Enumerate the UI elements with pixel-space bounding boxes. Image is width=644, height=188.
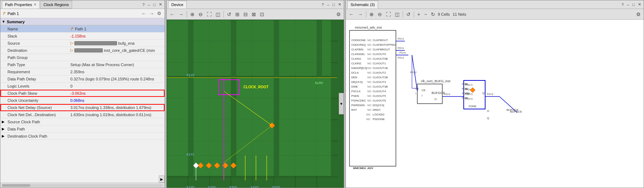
svg-rect-21 bbox=[317, 20, 322, 77]
right-panel-controls: ? – □ ✕ bbox=[620, 2, 642, 7]
expand-arrow-button[interactable]: ▶ bbox=[159, 175, 165, 183]
prop-row-path-group[interactable]: Path Group bbox=[0, 54, 165, 61]
device-ruler-button[interactable]: ⊡ bbox=[258, 11, 266, 18]
prop-row-logic-levels[interactable]: Logic Levels 0 bbox=[0, 83, 165, 90]
svg-text:RST: RST bbox=[351, 108, 357, 112]
restore-icon[interactable]: □ bbox=[152, 2, 157, 7]
summary-section-header[interactable]: ▼ Summary bbox=[0, 18, 165, 25]
scrollbar-track[interactable] bbox=[2, 184, 163, 187]
right-minimize-icon[interactable]: – bbox=[626, 2, 630, 7]
prop-row-clock-path-skew[interactable]: Clock Path Skew -3.063ns bbox=[0, 90, 165, 97]
svg-text:DO[15:0]: DO[15:0] bbox=[373, 104, 384, 107]
svg-text:FO=2: FO=2 bbox=[399, 51, 406, 54]
device-routing-button[interactable]: ⊟ bbox=[242, 11, 249, 18]
path-next-button[interactable]: → bbox=[148, 11, 155, 16]
schematic-refresh-button[interactable]: ↺ bbox=[405, 11, 412, 18]
svg-text:DE[15:0]: DE[15:0] bbox=[351, 80, 362, 84]
data-path-row[interactable]: ▶ Data Path bbox=[0, 125, 165, 133]
tab-clock-regions[interactable]: Clock Regions bbox=[40, 1, 72, 9]
svg-text:NIC: NIC bbox=[367, 85, 372, 88]
source-clock-path-row[interactable]: ▶ Source Clock Path bbox=[0, 118, 165, 125]
tab-path-properties-close[interactable]: ✕ bbox=[34, 3, 36, 6]
prop-row-source[interactable]: Source ▷ bufg_ena bbox=[0, 40, 165, 47]
schematic-fit-button[interactable]: ⛶ bbox=[384, 11, 392, 18]
device-zoom-out-button[interactable]: ⊖ bbox=[197, 11, 204, 18]
schematic-reload-button[interactable]: ↻ bbox=[429, 11, 437, 18]
device-fit-button[interactable]: ⛶ bbox=[205, 11, 213, 18]
path-prev-button[interactable]: ← bbox=[140, 11, 147, 16]
schematic-expand-button[interactable]: + bbox=[416, 11, 422, 18]
dest-clock-path-row[interactable]: ▶ Destination Clock Path bbox=[0, 133, 165, 140]
svg-text:CE: CE bbox=[416, 88, 419, 90]
prop-value-requirement: 2.359ns bbox=[69, 70, 165, 74]
middle-close-icon[interactable]: ✕ bbox=[337, 2, 342, 7]
device-refresh-button[interactable]: ↺ bbox=[226, 11, 233, 18]
path-nav: ← → ⚙ bbox=[140, 11, 162, 16]
right-help-icon[interactable]: ? bbox=[620, 2, 625, 7]
svg-text:PSEN: PSEN bbox=[351, 94, 359, 98]
left-panel-scrollbar[interactable] bbox=[0, 183, 165, 188]
device-marker-button[interactable]: ⊠ bbox=[250, 11, 257, 18]
device-content[interactable]: CLOCK_ROOT SLR0 X1Y0 X2Y0 X3Y0 bbox=[167, 20, 344, 188]
prop-row-clock-net-delay-dest[interactable]: Clock Net Del...Destination) 1.630ns (ro… bbox=[0, 111, 165, 118]
schematic-zoom-out-button[interactable]: ⊖ bbox=[376, 11, 383, 18]
prop-value-clock-net-delay-dest: 1.630ns (routing 1.019ns, distribution 0… bbox=[69, 113, 165, 117]
device-scroll-right[interactable]: ▼ bbox=[339, 93, 344, 114]
tab-path-properties[interactable]: Path Properties ✕ bbox=[2, 1, 40, 9]
svg-rect-23 bbox=[231, 78, 236, 176]
right-restore-icon[interactable]: □ bbox=[631, 2, 636, 7]
prop-label-clock-uncertainty: Clock Uncertainty bbox=[0, 98, 69, 103]
device-grid-button[interactable]: ⊞ bbox=[234, 11, 241, 18]
tab-clock-regions-label: Clock Regions bbox=[44, 3, 69, 7]
schematic-rubber-band-button[interactable]: ◫ bbox=[393, 11, 401, 18]
middle-help-icon[interactable]: ? bbox=[321, 2, 325, 7]
tab-schematic[interactable]: Schematic (3) bbox=[347, 1, 378, 9]
middle-restore-icon[interactable]: □ bbox=[331, 2, 336, 7]
svg-text:NIC: NIC bbox=[367, 76, 372, 79]
panel-controls: ? – □ ✕ bbox=[141, 2, 163, 7]
path-settings-button[interactable]: ⚙ bbox=[156, 11, 162, 16]
close-icon[interactable]: ✕ bbox=[158, 2, 163, 7]
svg-text:I: I bbox=[422, 94, 422, 97]
device-toolbar: ← → ⊕ ⊖ ⛶ ◫ ↺ ⊞ ⊟ ⊠ ⊡ ⚙ bbox=[167, 9, 344, 20]
device-forward-button[interactable]: → bbox=[177, 11, 185, 18]
svg-text:FO=1: FO=1 bbox=[398, 47, 404, 49]
source-clock-path-arrow: ▶ bbox=[2, 120, 5, 124]
prop-row-clock-net-delay-source[interactable]: Clock Net Delay (Source) 3.017ns (routin… bbox=[0, 104, 165, 111]
minimize-icon[interactable]: – bbox=[147, 2, 151, 7]
svg-text:NIC: NIC bbox=[367, 44, 372, 46]
svg-text:CLKOUT4: CLKOUT4 bbox=[373, 90, 386, 93]
left-panel: Path Properties ✕ Clock Regions ? – □ ✕ … bbox=[0, 0, 165, 188]
svg-text:CLKOUT1B: CLKOUT1B bbox=[373, 66, 388, 70]
prop-row-destination[interactable]: Destination ▷ inst_core_clk_gated/CE (ri… bbox=[0, 47, 165, 54]
prop-row-clock-uncertainty[interactable]: Clock Uncertainty 0.068ns bbox=[0, 97, 165, 104]
prop-row-slack[interactable]: Slack -1.158ns bbox=[0, 33, 165, 40]
properties-content: ▼ Summary Name ↱ Path 1 Slack -1.158ns S… bbox=[0, 18, 165, 183]
schematic-forward-button[interactable]: → bbox=[356, 11, 364, 18]
source-suffix: bufg_ena bbox=[118, 41, 135, 45]
tab-device[interactable]: Device bbox=[168, 1, 187, 9]
prop-row-path-type[interactable]: Path Type Setup (Max at Slow Process Cor… bbox=[0, 61, 165, 68]
svg-text:CLKIN1: CLKIN1 bbox=[351, 57, 362, 60]
svg-text:CLKIN2: CLKIN2 bbox=[351, 62, 362, 65]
device-back-button[interactable]: ← bbox=[168, 11, 176, 18]
svg-rect-22 bbox=[188, 78, 193, 176]
prop-row-data-path-delay[interactable]: Data Path Delay 0.327ns (logic 0.079ns (… bbox=[0, 75, 165, 83]
schematic-content[interactable]: mmcme3_adv_inst CDDDONE CDDCREQ CLKFBIN … bbox=[346, 20, 644, 188]
device-settings-button[interactable]: ⚙ bbox=[335, 11, 342, 18]
schematic-zoom-in-button[interactable]: ⊕ bbox=[368, 11, 375, 18]
schematic-back-button[interactable]: ← bbox=[347, 11, 355, 18]
scrollbar-thumb[interactable] bbox=[2, 184, 30, 187]
prop-row-requirement[interactable]: Requirement 2.359ns bbox=[0, 68, 165, 75]
middle-minimize-icon[interactable]: – bbox=[326, 2, 330, 7]
right-close-icon[interactable]: ✕ bbox=[637, 2, 642, 7]
schematic-collapse-button[interactable]: − bbox=[423, 11, 428, 18]
schematic-svg: mmcme3_adv_inst CDDDONE CDDCREQ CLKFBIN … bbox=[346, 20, 644, 188]
prop-row-name[interactable]: Name ↱ Path 1 bbox=[0, 25, 165, 33]
device-rubber-band-button[interactable]: ◫ bbox=[214, 11, 222, 18]
svg-text:CLKOUT2: CLKOUT2 bbox=[373, 71, 386, 74]
schematic-settings-button[interactable]: ⚙ bbox=[635, 11, 642, 18]
help-icon[interactable]: ? bbox=[141, 2, 146, 7]
svg-text:NIC: NIC bbox=[367, 53, 372, 55]
device-zoom-in-button[interactable]: ⊕ bbox=[189, 11, 196, 18]
